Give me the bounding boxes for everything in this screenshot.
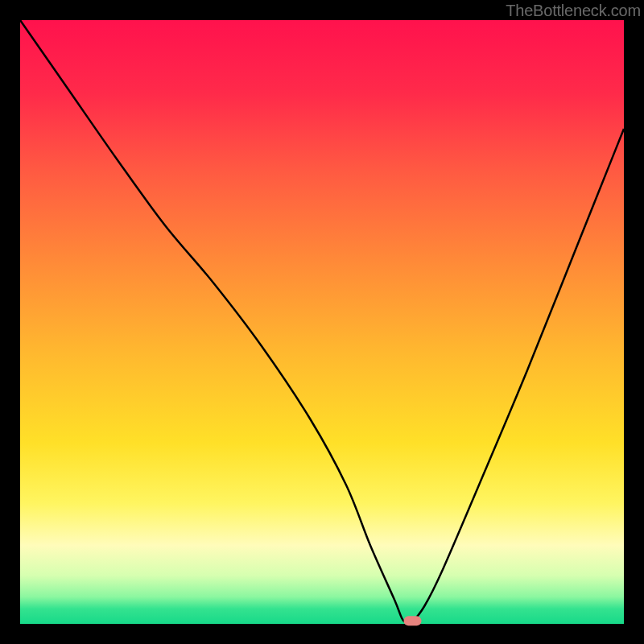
optimum-marker: [404, 616, 422, 625]
plot-background: [20, 20, 624, 624]
bottleneck-plot: [0, 0, 644, 644]
watermark-label: TheBottleneck.com: [506, 2, 641, 20]
chart-container: TheBottleneck.com: [0, 0, 644, 644]
